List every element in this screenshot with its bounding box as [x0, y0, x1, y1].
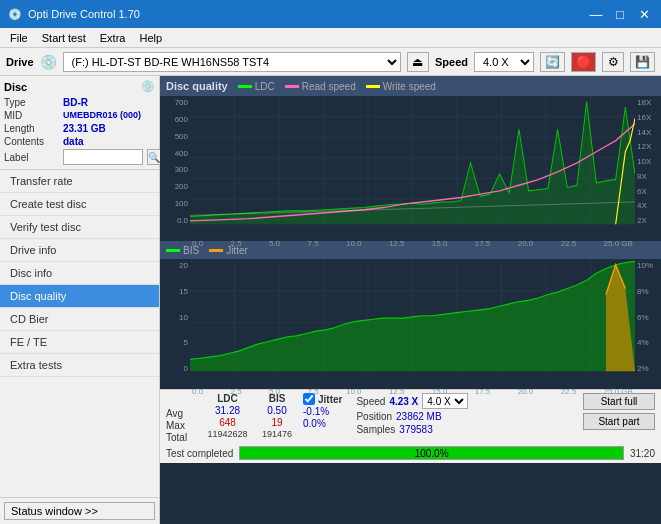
settings-button[interactable]: ⚙: [602, 52, 624, 72]
title-bar-left: 💿 Opti Drive Control 1.70: [8, 8, 140, 21]
menu-extra[interactable]: Extra: [94, 31, 132, 45]
avg-ldc: 31.28: [215, 405, 240, 416]
nav-fe-te[interactable]: FE / TE: [0, 331, 159, 354]
nav-transfer-rate[interactable]: Transfer rate: [0, 170, 159, 193]
close-button[interactable]: ✕: [635, 7, 653, 22]
nav-disc-info[interactable]: Disc info: [0, 262, 159, 285]
disc-section: Disc 💿 Type BD-R MID UMEBDR016 (000) Len…: [0, 76, 159, 170]
legend-write-speed: Write speed: [366, 81, 436, 92]
legend-write-speed-label: Write speed: [383, 81, 436, 92]
disc-label-label: Label: [4, 152, 59, 163]
max-label: Max: [166, 420, 198, 431]
legend-ldc: LDC: [238, 81, 275, 92]
progress-row: Test completed 100.0% 31:20: [166, 446, 655, 460]
disc-icon: 💿: [141, 80, 155, 93]
start-part-button[interactable]: Start part: [583, 413, 655, 430]
samples-label: Samples: [356, 424, 395, 435]
nav-drive-info[interactable]: Drive info: [0, 239, 159, 262]
avg-bis: 0.50: [267, 405, 286, 416]
disc-type-value: BD-R: [63, 97, 88, 108]
drive-icon: 💿: [40, 54, 57, 70]
disc-mid-value: UMEBDR016 (000): [63, 110, 141, 121]
drive-label: Drive: [6, 56, 34, 68]
refresh-button[interactable]: 🔄: [540, 52, 565, 72]
disc-length-value: 23.31 GB: [63, 123, 106, 134]
drive-eject-button[interactable]: ⏏: [407, 52, 429, 72]
chart-top-title: Disc quality: [166, 80, 228, 92]
disc-contents-label: Contents: [4, 136, 59, 147]
disc-header: Disc 💿: [4, 80, 155, 93]
position-row: Position 23862 MB: [356, 411, 468, 422]
time-text: 31:20: [630, 448, 655, 459]
disc-type-row: Type BD-R: [4, 97, 155, 108]
maximize-button[interactable]: □: [611, 7, 629, 22]
chart-top-header: Disc quality LDC Read speed Write speed: [160, 76, 661, 96]
status-section: Status window >>: [0, 497, 159, 524]
position-label: Position: [356, 411, 392, 422]
legend-ldc-label: LDC: [255, 81, 275, 92]
x-axis-top: 0.0 2.5 5.0 7.5 10.0 12.5 15.0 17.5 20.0…: [190, 239, 635, 253]
nav-extra-tests[interactable]: Extra tests: [0, 354, 159, 377]
nav-verify-test-disc[interactable]: Verify test disc: [0, 216, 159, 239]
chart-bottom-svg: [190, 259, 635, 389]
disc-contents-row: Contents data: [4, 136, 155, 147]
disc-length-row: Length 23.31 GB: [4, 123, 155, 134]
avg-label: Avg: [166, 408, 198, 419]
total-ldc: 11942628: [207, 429, 247, 439]
drive-select[interactable]: (F:) HL-DT-ST BD-RE WH16NS58 TST4: [63, 52, 401, 72]
legend-read-speed: Read speed: [285, 81, 356, 92]
menu-help[interactable]: Help: [133, 31, 168, 45]
max-bis: 19: [271, 417, 282, 428]
title-bar: 💿 Opti Drive Control 1.70 — □ ✕: [0, 0, 661, 28]
title-bar-controls: — □ ✕: [587, 7, 653, 22]
drive-bar: Drive 💿 (F:) HL-DT-ST BD-RE WH16NS58 TST…: [0, 48, 661, 76]
status-window-button[interactable]: Status window >>: [4, 502, 155, 520]
progress-track: 100.0%: [239, 446, 624, 460]
speed-select[interactable]: 4.0 X: [474, 52, 534, 72]
y-axis-bottom-left: 20 15 10 5 0: [160, 259, 190, 389]
app-title: Opti Drive Control 1.70: [28, 8, 140, 20]
menu-bar: File Start test Extra Help: [0, 28, 661, 48]
chart-top-area: 700 600 500 400 300 200 100 0.0: [160, 96, 661, 241]
chart-bottom-svg-container: 0.0 2.5 5.0 7.5 10.0 12.5 15.0 17.5 20.0…: [190, 259, 635, 389]
y-axis-bottom-right: 10% 8% 6% 4% 2%: [635, 259, 661, 389]
menu-start-test[interactable]: Start test: [36, 31, 92, 45]
disc-title: Disc: [4, 81, 27, 93]
chart-top-svg-container: 0.0 2.5 5.0 7.5 10.0 12.5 15.0 17.5 20.0…: [190, 96, 635, 241]
y-axis-top-left: 700 600 500 400 300 200 100 0.0: [160, 96, 190, 241]
y-axis-top-right: 18X 16X 14X 12X 10X 8X 6X 4X 2X: [635, 96, 661, 241]
nav-create-test-disc[interactable]: Create test disc: [0, 193, 159, 216]
chart-top-svg: [190, 96, 635, 241]
nav-disc-quality[interactable]: Disc quality: [0, 285, 159, 308]
legend-ldc-color: [238, 85, 252, 88]
disc-label-button[interactable]: 🔍: [147, 149, 161, 165]
sidebar: Disc 💿 Type BD-R MID UMEBDR016 (000) Len…: [0, 76, 160, 524]
content-area: Disc quality LDC Read speed Write speed …: [160, 76, 661, 524]
avg-jitter: -0.1%: [303, 406, 329, 417]
disc-type-label: Type: [4, 97, 59, 108]
disc-mid-label: MID: [4, 110, 59, 121]
nav-cd-bier[interactable]: CD Bier: [0, 308, 159, 331]
total-bis: 191476: [262, 429, 292, 439]
samples-row: Samples 379583: [356, 424, 468, 435]
sidebar-nav: Transfer rate Create test disc Verify te…: [0, 170, 159, 377]
position-value: 23862 MB: [396, 411, 442, 422]
disc-label-row: Label 🔍: [4, 149, 155, 165]
disc-mid-row: MID UMEBDR016 (000): [4, 110, 155, 121]
save-button[interactable]: 💾: [630, 52, 655, 72]
legend-write-speed-color: [366, 85, 380, 88]
minimize-button[interactable]: —: [587, 7, 605, 22]
status-text: Test completed: [166, 448, 233, 459]
menu-file[interactable]: File: [4, 31, 34, 45]
burn-button[interactable]: 🔴: [571, 52, 596, 72]
legend-bis-color: [166, 249, 180, 252]
app-icon: 💿: [8, 8, 22, 21]
max-jitter: 0.0%: [303, 418, 326, 429]
progress-label: 100.0%: [240, 447, 623, 459]
x-axis-bottom: 0.0 2.5 5.0 7.5 10.0 12.5 15.0 17.5 20.0…: [190, 387, 635, 401]
main-area: Disc 💿 Type BD-R MID UMEBDR016 (000) Len…: [0, 76, 661, 524]
disc-label-input[interactable]: [63, 149, 143, 165]
disc-length-label: Length: [4, 123, 59, 134]
disc-contents-value: data: [63, 136, 84, 147]
max-ldc: 648: [219, 417, 236, 428]
